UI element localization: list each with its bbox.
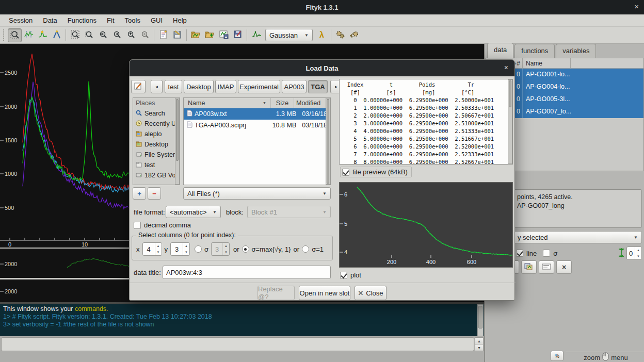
block-select[interactable]: Block #1 ▼ [247,206,331,218]
file-preview-checkbox[interactable] [342,169,349,176]
path-segment-experimental[interactable]: Experimental [238,80,280,93]
spin-down-icon[interactable]: ▼ [223,249,229,255]
settings-button[interactable] [170,28,184,42]
data-title-input[interactable] [163,266,331,279]
path-segment-tga[interactable]: TGA [308,80,328,93]
toolbar-separator [331,29,331,41]
spin-down-icon[interactable]: ▼ [183,249,189,255]
spin-down-icon[interactable]: ▼ [155,249,162,255]
add-peak-button[interactable] [36,28,50,42]
y-column-spinner[interactable]: 3 ▲▼ [170,242,190,256]
zoom-left-button[interactable] [96,28,110,42]
place-home[interactable]: aleplo [133,129,180,139]
close-button[interactable]: ✕ Close [355,286,387,300]
menu-gui[interactable]: GUI [146,15,167,26]
tab-data[interactable]: data [487,43,513,58]
menu-session[interactable]: Session [4,15,37,26]
sigma-max-radio[interactable] [242,245,249,253]
sigma-column-radio[interactable] [195,245,202,253]
preview-table-scrollbar[interactable] [508,79,512,164]
spin-down-icon[interactable]: ▼ [635,253,641,259]
zoom-all-button[interactable] [68,28,82,42]
plot-checkbox[interactable] [340,272,347,279]
data-transform-button[interactable] [249,28,263,42]
open-in-new-slot-button[interactable]: Open in new slot [299,286,350,300]
console-scrollbar[interactable] [477,304,484,336]
sigma-one-radio[interactable] [302,245,309,253]
place-file-system[interactable]: File System [133,150,180,160]
path-segment-desktop[interactable]: Desktop [184,80,214,93]
place-desktop[interactable]: Desktop [133,139,180,150]
run-fit-button[interactable] [333,28,347,42]
tab-functions[interactable]: functions [514,44,555,58]
places-scrollbar[interactable] [175,98,180,185]
column-header-name[interactable]: Name▼ [184,98,271,108]
load-data-button[interactable] [189,28,203,42]
edit-data-button[interactable] [521,260,537,274]
append-data-icon [205,30,215,41]
add-place-button[interactable]: + [133,187,146,200]
spin-up-icon[interactable]: ▲ [183,243,189,249]
zoom-vertical-button[interactable] [124,28,138,42]
file-row[interactable]: TGA-AP003.sciprj 10.8 MB 03/18/18 [184,120,330,131]
zoom-select-button[interactable] [8,28,22,42]
function-type-select[interactable]: Gaussian ▼ [265,29,313,41]
file-format-select[interactable]: <automatic> ▼ [166,206,221,218]
rename-data-button[interactable] [539,260,554,274]
edit-script-button[interactable] [156,28,170,42]
column-header-size[interactable]: Size [271,98,294,108]
tab-variables[interactable]: variables [556,44,596,58]
file-preview-table[interactable]: Index t Poids Tr [#] [s] [mg] [°C] 0 0.0… [339,79,513,164]
undo-fit-button[interactable] [347,28,361,42]
menu-help[interactable]: Help [168,15,191,26]
spin-up-icon[interactable]: ▲ [155,243,162,249]
preview-plot[interactable]: 200400600654 [339,182,513,268]
input-history-up-button[interactable]: ▲ [475,337,484,344]
place-search[interactable]: Search [133,108,180,119]
peak-draw-button[interactable] [50,28,63,42]
sigma-column-spinner[interactable]: 3 ▲▼ [211,242,230,256]
sigma-checkbox[interactable] [543,250,550,257]
remove-place-button[interactable]: − [148,187,161,200]
file-filter-select[interactable]: All Files (*) ▼ [183,187,331,200]
file-list-scrollbar[interactable] [326,98,330,185]
path-segment-test[interactable]: test [165,80,182,93]
line-checkbox[interactable] [516,250,523,257]
save-plot-image-button[interactable] [217,28,231,42]
menu-fit[interactable]: Fit [102,15,119,26]
spin-up-icon[interactable]: ▲ [223,243,229,249]
save-session-button[interactable] [231,28,245,42]
decimal-comma-checkbox[interactable] [134,222,141,229]
place-volume[interactable]: 182 GB Vol... [133,170,180,180]
path-edit-button[interactable] [131,80,146,93]
command-input[interactable] [1,337,474,351]
delete-data-button[interactable]: × [556,260,572,274]
add-function-button[interactable]: λ [315,28,329,42]
percent-toggle-button[interactable]: % [551,351,564,361]
menu-tools[interactable]: Tools [120,15,145,26]
place-test[interactable]: test [133,160,180,170]
file-preview-label: file preview (64kB) [352,168,408,176]
path-segment-ap003[interactable]: AP003 [282,80,307,93]
place-recently-used[interactable]: Recently U... [133,119,180,129]
zoom-right-button[interactable] [110,28,124,42]
file-row-selected[interactable]: AP003w.txt 1.3 MB 03/16/18 [184,108,330,120]
menu-functions[interactable]: Functions [63,15,101,26]
input-history-down-button[interactable]: ▼ [475,344,484,351]
path-segment-imap[interactable]: IMAP [215,80,236,93]
dialog-close-button[interactable]: × [504,63,508,72]
zoom-selection-button[interactable] [82,28,96,42]
append-data-button[interactable] [203,28,217,42]
data-range-button[interactable] [22,28,36,42]
zoom-previous-button[interactable] [138,28,152,42]
path-back-button[interactable]: ◂ [151,80,163,93]
spin-up-icon[interactable]: ▲ [635,247,641,253]
menu-data[interactable]: Data [38,15,61,26]
point-size-spinner[interactable]: 0 ▲▼ [626,246,642,260]
toolbar-handle[interactable] [3,29,6,41]
window-close-button[interactable]: × [634,2,639,11]
replace-button[interactable]: Replace @? [257,286,295,300]
column-header-name[interactable]: Name [523,58,571,68]
column-header-modified[interactable]: Modified [294,98,326,108]
x-column-spinner[interactable]: 4 ▲▼ [142,242,162,256]
